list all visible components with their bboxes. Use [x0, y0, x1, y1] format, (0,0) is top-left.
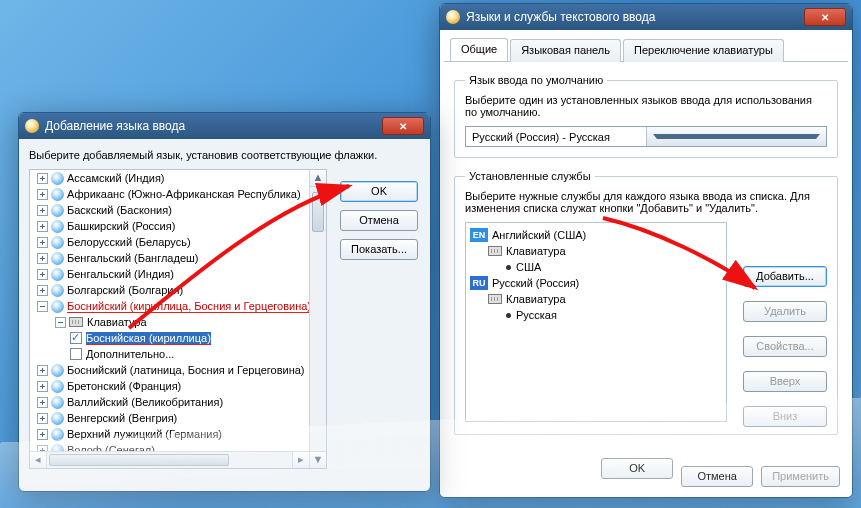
expand-icon[interactable]	[37, 253, 48, 264]
tree-item[interactable]: Бенгальский (Индия)	[67, 268, 174, 280]
tab-key-switch[interactable]: Переключение клавиатуры	[623, 39, 784, 62]
ok-button[interactable]: OK	[340, 181, 418, 202]
checkbox-checked[interactable]	[70, 332, 82, 344]
tree-item[interactable]: Болгарский (Болгария)	[67, 284, 183, 296]
expand-icon[interactable]	[37, 397, 48, 408]
preview-button[interactable]: Показать...	[340, 239, 418, 260]
default-lang-group: Язык ввода по умолчанию Выберите один из…	[454, 74, 838, 158]
tab-general[interactable]: Общие	[450, 38, 508, 61]
installed-services-group: Установленные службы Выберите нужные слу…	[454, 170, 838, 435]
expand-icon[interactable]	[37, 285, 48, 296]
expand-icon[interactable]	[37, 365, 48, 376]
bullet-icon	[506, 313, 511, 318]
move-up-button[interactable]: Вверх	[743, 371, 827, 392]
globe-icon	[51, 252, 64, 265]
scroll-thumb[interactable]	[312, 192, 324, 232]
titlebar[interactable]: Добавление языка ввода ✕	[19, 113, 430, 139]
globe-icon	[51, 300, 64, 313]
expand-icon[interactable]	[37, 381, 48, 392]
expand-icon[interactable]	[37, 221, 48, 232]
tree-item[interactable]: Венгерский (Венгрия)	[67, 412, 177, 424]
tree-item[interactable]: Африкаанс (Южно-Африканская Республика)	[67, 188, 301, 200]
text-services-window: Языки и службы текстового ввода ✕ Общие …	[439, 3, 853, 498]
services-tree[interactable]: EN Английский (США) Клавиатура США RU Ру…	[465, 222, 727, 422]
add-button[interactable]: Добавить...	[743, 266, 827, 287]
globe-icon	[51, 268, 64, 281]
dialog-footer: OK Отмена Применить	[601, 458, 840, 487]
titlebar[interactable]: Языки и службы текстового ввода ✕	[440, 4, 852, 30]
keyboard-icon	[488, 294, 502, 304]
default-lang-legend: Язык ввода по умолчанию	[465, 74, 607, 86]
keyboard-icon	[488, 246, 502, 256]
ru-badge: RU	[470, 276, 488, 290]
properties-button[interactable]: Свойства...	[743, 336, 827, 357]
lang-en: Английский (США)	[492, 229, 586, 241]
scrollbar-vertical[interactable]: ▲ ▼	[309, 170, 326, 468]
tabstrip: Общие Языковая панель Переключение клави…	[444, 34, 848, 62]
close-icon[interactable]: ✕	[382, 117, 424, 135]
globe-icon	[51, 428, 64, 441]
tree-item[interactable]: Белорусский (Беларусь)	[67, 236, 191, 248]
ok-button[interactable]: OK	[601, 458, 673, 479]
expand-icon[interactable]	[37, 429, 48, 440]
expand-icon[interactable]	[37, 269, 48, 280]
app-icon	[25, 119, 39, 133]
expand-icon[interactable]	[37, 413, 48, 424]
scroll-down-icon[interactable]: ▼	[310, 451, 326, 468]
scroll-up-icon[interactable]: ▲	[310, 170, 326, 187]
chevron-down-icon	[646, 127, 827, 146]
kb-label: Клавиатура	[506, 245, 566, 257]
delete-button[interactable]: Удалить	[743, 301, 827, 322]
expand-icon[interactable]	[37, 205, 48, 216]
app-icon	[446, 10, 460, 24]
globe-icon	[51, 380, 64, 393]
close-icon[interactable]: ✕	[804, 8, 846, 26]
move-down-button[interactable]: Вниз	[743, 406, 827, 427]
tree-item[interactable]: Бретонский (Франция)	[67, 380, 181, 392]
globe-icon	[51, 220, 64, 233]
checkbox[interactable]	[70, 348, 82, 360]
collapse-icon[interactable]	[37, 301, 48, 312]
tree-item-bosnian-cyr[interactable]: Боснийский (кириллица, Босния и Герцегов…	[67, 300, 309, 313]
default-lang-text: Выберите один из установленных языков вв…	[465, 94, 827, 118]
tree-item[interactable]: Волоф (Сенегал)	[67, 444, 155, 451]
tab-language-bar[interactable]: Языковая панель	[510, 39, 621, 62]
tree-item[interactable]: Ассамский (Индия)	[67, 172, 165, 184]
tree-item[interactable]: Валлийский (Великобритания)	[67, 396, 223, 408]
default-lang-combo[interactable]: Русский (Россия) - Русская	[465, 126, 827, 147]
scrollbar-horizontal[interactable]: ◂ ▸	[30, 451, 309, 468]
expand-icon[interactable]	[37, 237, 48, 248]
globe-icon	[51, 188, 64, 201]
globe-icon	[51, 284, 64, 297]
tree-item[interactable]: Боснийский (латиница, Босния и Герцегови…	[67, 364, 305, 376]
language-tree[interactable]: ▲ ▼ ◂ ▸ Ассамский (Индия) Африкаанс (Южн…	[29, 169, 327, 469]
cancel-button[interactable]: Отмена	[340, 210, 418, 231]
expand-icon[interactable]	[37, 173, 48, 184]
apply-button[interactable]: Применить	[761, 466, 840, 487]
lang-ru: Русский (Россия)	[492, 277, 579, 289]
tree-item-keyboard[interactable]: Клавиатура	[87, 316, 147, 328]
globe-icon	[51, 172, 64, 185]
layout-rus: Русская	[516, 309, 557, 321]
expand-icon[interactable]	[37, 445, 48, 452]
add-input-language-window: Добавление языка ввода ✕ Выберите добавл…	[18, 112, 431, 492]
tree-item-more[interactable]: Дополнительно...	[86, 348, 174, 360]
tree-item[interactable]: Бенгальский (Бангладеш)	[67, 252, 199, 264]
expand-icon[interactable]	[37, 189, 48, 200]
globe-icon	[51, 204, 64, 217]
cancel-button[interactable]: Отмена	[681, 466, 753, 487]
layout-us: США	[516, 261, 541, 273]
combo-value: Русский (Россия) - Русская	[466, 131, 646, 143]
installed-services-legend: Установленные службы	[465, 170, 595, 182]
tree-item[interactable]: Баскский (Баскония)	[67, 204, 172, 216]
window-title: Языки и службы текстового ввода	[466, 10, 804, 24]
kb-label-2: Клавиатура	[506, 293, 566, 305]
globe-icon	[51, 444, 64, 452]
collapse-icon[interactable]	[55, 317, 66, 328]
tree-item[interactable]: Верхний лужицкий (Германия)	[67, 428, 222, 440]
en-badge: EN	[470, 228, 488, 242]
tree-item[interactable]: Башкирский (Россия)	[67, 220, 175, 232]
bullet-icon	[506, 265, 511, 270]
tree-item-selected[interactable]: Боснийская (кириллица)	[86, 332, 211, 345]
window-title: Добавление языка ввода	[45, 119, 382, 133]
